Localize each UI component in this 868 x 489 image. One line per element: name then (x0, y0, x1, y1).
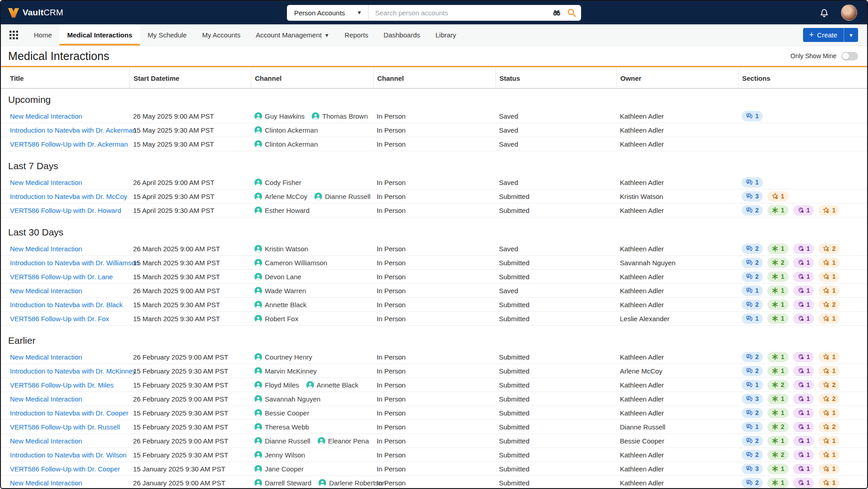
search-input[interactable] (369, 9, 551, 17)
binoculars-icon[interactable] (551, 7, 562, 18)
section-badge-star[interactable]: 1 (818, 205, 840, 216)
person-chip[interactable]: Eleanor Pena (318, 437, 369, 445)
person-chip[interactable]: Clinton Ackerman (254, 126, 318, 134)
nav-tab-account-management[interactable]: Account Management▼ (248, 24, 337, 46)
section-badge-chat[interactable]: 2 (742, 272, 763, 282)
section-badge-star[interactable]: 1 (818, 450, 840, 460)
interaction-title-link[interactable]: New Medical Interaction (10, 112, 82, 120)
section-badge-chat[interactable]: 1 (742, 314, 763, 324)
user-avatar[interactable] (841, 5, 857, 21)
section-badge-chat[interactable]: 2 (742, 300, 763, 310)
section-badge-star[interactable]: 1 (818, 272, 840, 282)
section-badge-ear[interactable]: 1 (793, 272, 814, 282)
nav-tab-my-schedule[interactable]: My Schedule (140, 24, 194, 46)
person-chip[interactable]: Kristin Watson (254, 245, 308, 253)
column-header-owner[interactable]: Owner (616, 67, 738, 89)
section-badge-star[interactable]: 1 (818, 478, 840, 488)
section-badge-ear[interactable]: 1 (793, 436, 814, 446)
section-badge-ear[interactable]: 1 (793, 408, 814, 418)
person-chip[interactable]: Darrell Steward (254, 479, 311, 487)
section-badge-chat[interactable]: 3 (742, 191, 763, 202)
section-badge-star[interactable]: 2 (818, 300, 840, 310)
section-badge-asterisk[interactable]: 1 (767, 205, 789, 216)
section-badge-chat[interactable]: 1 (742, 380, 763, 390)
section-badge-ear[interactable]: 1 (793, 314, 814, 324)
interaction-title-link[interactable]: VERT586 Follow-Up with Dr. Fox (10, 315, 109, 323)
section-badge-chat[interactable]: 2 (742, 366, 763, 376)
section-badge-star[interactable]: 1 (818, 352, 840, 362)
person-chip[interactable]: Savannah Nguyen (254, 395, 320, 403)
nav-tab-reports[interactable]: Reports (337, 24, 376, 46)
section-badge-ear[interactable]: 1 (793, 244, 814, 254)
person-chip[interactable]: Robert Fox (254, 315, 298, 323)
interaction-title-link[interactable]: New Medical Interaction (10, 287, 82, 295)
section-badge-ear[interactable]: 1 (793, 352, 814, 362)
section-badge-asterisk[interactable]: 1 (767, 394, 789, 404)
section-badge-ear[interactable]: 1 (793, 258, 814, 268)
person-chip[interactable]: Jenny Wilson (254, 451, 305, 459)
section-badge-asterisk[interactable]: 2 (767, 450, 789, 460)
interaction-title-link[interactable]: New Medical Interaction (10, 179, 82, 186)
section-badge-chat[interactable]: 2 (742, 408, 763, 418)
person-chip[interactable]: Cameron Williamson (254, 259, 327, 267)
section-badge-chat[interactable]: 2 (742, 258, 763, 268)
interaction-title-link[interactable]: VERT586 Follow-Up with Dr. Cooper (10, 465, 120, 473)
section-badge-asterisk[interactable]: 1 (767, 408, 789, 418)
person-chip[interactable]: Dianne Russell (314, 193, 370, 200)
interaction-title-link[interactable]: Introduction to Natevba with Dr. McCoy (10, 193, 127, 200)
column-header-sections[interactable]: Sections (738, 67, 867, 89)
interaction-title-link[interactable]: Introduction to Natevba with Dr. Wilson (10, 451, 126, 459)
section-badge-ear[interactable]: 1 (793, 394, 814, 404)
section-badge-ear[interactable]: 1 (793, 300, 814, 310)
column-header-title[interactable]: Title (1, 67, 129, 89)
column-header-channel-2[interactable]: Channel (373, 67, 495, 89)
section-badge-chat[interactable]: 2 (742, 352, 763, 362)
section-badge-ear[interactable]: 1 (793, 286, 814, 296)
section-badge-ear[interactable]: 1 (793, 366, 814, 376)
section-badge-asterisk[interactable]: 1 (767, 352, 789, 362)
section-badge-star[interactable]: 2 (818, 244, 840, 254)
section-badge-ear[interactable]: 1 (793, 478, 814, 488)
person-chip[interactable]: Marvin McKinney (254, 367, 317, 375)
section-badge-ear[interactable]: 1 (793, 422, 814, 432)
section-badge-star[interactable]: 2 (818, 422, 840, 432)
create-button[interactable]: + Create (803, 28, 844, 42)
person-chip[interactable]: Guy Hawkins (254, 112, 305, 120)
person-chip[interactable]: Jane Cooper (254, 465, 304, 473)
section-badge-asterisk[interactable]: 1 (767, 436, 789, 446)
section-badge-chat[interactable]: 3 (742, 394, 763, 404)
section-badge-asterisk[interactable]: 1 (767, 478, 789, 488)
interaction-title-link[interactable]: New Medical Interaction (10, 437, 82, 445)
section-badge-star[interactable]: 1 (818, 408, 840, 418)
interaction-title-link[interactable]: Introduction to Natevba with Dr. William… (10, 259, 139, 267)
section-badge-asterisk[interactable]: 2 (767, 380, 789, 390)
person-chip[interactable]: Devon Lane (254, 273, 301, 281)
section-badge-chat[interactable]: 2 (742, 205, 763, 216)
person-chip[interactable]: Arlene McCoy (254, 193, 307, 200)
interaction-title-link[interactable]: New Medical Interaction (10, 245, 82, 253)
interaction-title-link[interactable]: New Medical Interaction (10, 479, 82, 487)
person-chip[interactable]: Dianne Russell (254, 437, 310, 445)
interaction-title-link[interactable]: Introduction to Natevba with Dr. Cooper (10, 409, 129, 417)
person-chip[interactable]: Bessie Cooper (254, 409, 309, 417)
person-chip[interactable]: Floyd Miles (254, 381, 299, 389)
section-badge-asterisk[interactable]: 2 (767, 422, 789, 432)
interaction-title-link[interactable]: VERT586 Follow-Up with Dr. Lane (10, 273, 113, 281)
section-badge-asterisk[interactable]: 1 (767, 244, 789, 254)
interaction-title-link[interactable]: VERT586 Follow-Up with Dr. Miles (10, 381, 114, 389)
section-badge-asterisk[interactable]: 1 (767, 314, 789, 324)
create-dropdown-button[interactable]: ▼ (844, 28, 858, 42)
person-chip[interactable]: Esther Howard (254, 207, 309, 214)
person-chip[interactable]: Wade Warren (254, 287, 306, 295)
nav-tab-library[interactable]: Library (428, 24, 464, 46)
section-badge-star[interactable]: 1 (767, 191, 789, 202)
nav-tab-dashboards[interactable]: Dashboards (376, 24, 428, 46)
interaction-title-link[interactable]: Introduction to Natevba with Dr. Black (10, 301, 123, 309)
nav-tab-medical-interactions[interactable]: Medical Interactions (60, 24, 140, 46)
interaction-title-link[interactable]: Introduction to Natevba with Dr. McKinne… (10, 367, 136, 375)
interaction-title-link[interactable]: VERT586 Follow-Up with Dr. Ackerman (10, 140, 128, 148)
nav-tab-my-accounts[interactable]: My Accounts (194, 24, 248, 46)
section-badge-star[interactable]: 1 (818, 286, 840, 296)
section-badge-ear[interactable]: 1 (793, 450, 814, 460)
person-chip[interactable]: Thomas Brown (312, 112, 368, 120)
